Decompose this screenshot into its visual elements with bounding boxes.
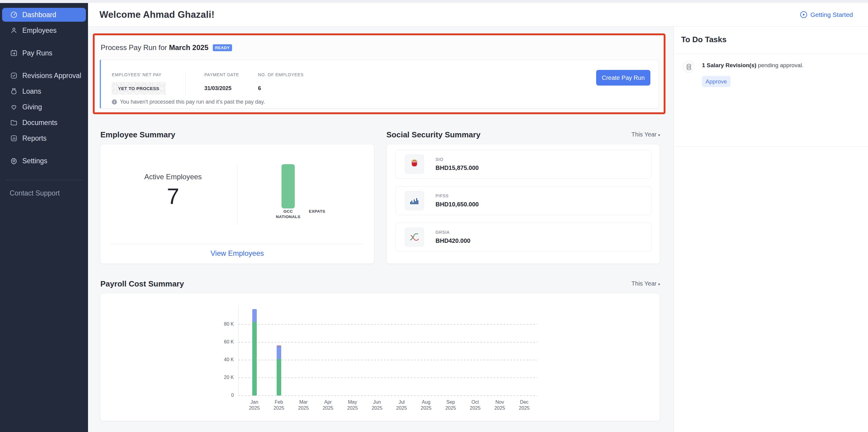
x-tick-label: Aug2025 [414, 399, 438, 411]
gridline [239, 342, 537, 342]
create-pay-run-button[interactable]: Create Pay Run [596, 70, 650, 86]
payrun-title: Process Pay Run for March 2025 [101, 43, 209, 52]
employee-summary-title: Employee Summary [100, 130, 176, 139]
authority-amount: BHD420.000 [435, 237, 470, 244]
authority-label: GRSIA [435, 230, 470, 235]
getting-started-link[interactable]: Getting Started [800, 11, 853, 19]
sidebar-item-pay-runs[interactable]: Pay Runs [2, 46, 86, 60]
x-tick-label: Jun2025 [365, 399, 390, 411]
employee-summary-card: Active Employees 7 GCCNATIONALSEXPATS Vi… [100, 144, 374, 264]
sidebar: DashboardEmployeesPay RunsRevisions Appr… [0, 3, 88, 432]
category-label: EXPATS [296, 209, 338, 214]
sidebar-nav: DashboardEmployeesPay RunsRevisions Appr… [0, 8, 88, 168]
view-employees-link[interactable]: View Employees [100, 249, 374, 258]
social-security-filter[interactable]: This Year▾ [627, 131, 660, 138]
social-security-title: Social Security Summary [386, 130, 480, 139]
sidebar-item-settings[interactable]: Settings [2, 154, 86, 168]
payrun-details-card: EMPLOYEES' NET PAY YET TO PROCESS PAYMEN… [100, 60, 659, 108]
sidebar-item-giving[interactable]: Giving [2, 100, 86, 114]
employee-count-label: NO. OF EMPLOYEES [258, 72, 304, 77]
bar-segment-green [252, 322, 257, 396]
y-tick-label: 80 K [216, 322, 234, 327]
y-tick-label: 40 K [216, 357, 234, 362]
info-row: i You haven't processed this pay run and… [112, 99, 265, 105]
social-security-row-sio: SIOBHD15,875.000 [396, 150, 652, 179]
task-icon-circle [683, 61, 694, 73]
reports-icon [10, 134, 18, 142]
info-icon: i [112, 99, 117, 104]
task-text: 1 Salary Revision(s) pending approval. [702, 62, 804, 69]
accent-bar [100, 60, 101, 108]
todo-bottom-divider [674, 146, 868, 147]
payment-date-label: PAYMENT DATE [204, 72, 239, 77]
todo-title: To Do Tasks [681, 35, 727, 44]
authority-label: PIFSS [435, 193, 478, 198]
authority-amount: BHD10,650.000 [435, 201, 478, 208]
y-tick-label: 0 [216, 393, 234, 398]
x-tick-label: Sep2025 [438, 399, 463, 411]
dashboard-icon [10, 11, 18, 19]
play-circle-icon [800, 11, 807, 19]
gridline [239, 377, 537, 378]
todo-divider [674, 54, 868, 54]
active-employees-label: Active Employees [140, 173, 206, 181]
todo-panel: To Do Tasks 1 Salary Revision(s) pending… [674, 27, 868, 432]
x-tick-label: May2025 [340, 399, 365, 411]
revisions-approval-icon [10, 72, 18, 79]
settings-icon [10, 157, 18, 165]
grsia-logo [405, 227, 424, 247]
active-employees-count: 7 [140, 184, 206, 209]
payrun-card: Process Pay Run for March 2025 READY EMP… [94, 35, 664, 113]
top-strip [0, 0, 868, 3]
page-title: Welcome Ahmad Ghazali! [99, 9, 215, 20]
pifss-logo [405, 191, 424, 210]
payroll-cost-card: 020 K40 K60 K80 KJan2025Feb2025Mar2025Ap… [100, 293, 660, 421]
column-divider [185, 72, 186, 96]
x-tick-label: Apr2025 [316, 399, 340, 411]
employee-count-value: 6 [258, 85, 261, 92]
x-tick-label: Jul2025 [390, 399, 414, 411]
caret-down-icon: ▾ [658, 133, 660, 137]
net-pay-label: EMPLOYEES' NET PAY [112, 72, 161, 77]
sio-logo [405, 155, 424, 174]
content: Process Pay Run for March 2025 READY EMP… [88, 27, 674, 432]
gridline [239, 395, 537, 396]
coins-icon [685, 63, 693, 71]
giving-icon [10, 103, 18, 111]
bar-segment-blue [277, 346, 281, 359]
bar-gcc-nationals [281, 164, 295, 208]
caret-down-icon: ▾ [658, 282, 660, 287]
sidebar-item-employees[interactable]: Employees [2, 24, 86, 37]
social-security-row-grsia: GRSIABHD420.000 [396, 223, 652, 252]
authority-label: SIO [435, 157, 478, 162]
contact-support-link[interactable]: Contact Support [10, 189, 88, 197]
sidebar-item-revisions-approval[interactable]: Revisions Approval [2, 69, 86, 82]
sidebar-item-dashboard[interactable]: Dashboard [2, 8, 86, 22]
x-tick-label: Mar2025 [291, 399, 315, 411]
authority-amount: BHD15,875.000 [435, 165, 478, 171]
payroll-cost-filter[interactable]: This Year▾ [627, 280, 660, 287]
sidebar-item-documents[interactable]: Documents [2, 116, 86, 130]
y-tick-label: 60 K [216, 339, 234, 345]
vertical-divider [237, 165, 238, 225]
bar-segment-green [277, 359, 281, 396]
gridline [239, 360, 537, 360]
gridline [239, 324, 537, 325]
sidebar-item-reports[interactable]: Reports [2, 131, 86, 145]
sidebar-item-loans[interactable]: Loans [2, 85, 86, 98]
net-pay-masked-value: YET TO PROCESS [112, 82, 166, 95]
approve-button[interactable]: Approve [702, 76, 731, 87]
x-tick-label: Dec2025 [512, 399, 536, 411]
top-bar: Welcome Ahmad Ghazali! Getting Started [88, 3, 868, 27]
loans-icon [10, 87, 18, 95]
x-tick-label: Nov2025 [488, 399, 512, 411]
status-badge: READY [213, 44, 232, 51]
payment-date-value: 31/03/2025 [204, 85, 231, 92]
bar-segment-red [277, 345, 281, 346]
x-tick-label: Oct2025 [463, 399, 487, 411]
y-tick-label: 20 K [216, 375, 234, 380]
social-security-row-pifss: PIFSSBHD10,650.000 [396, 186, 652, 215]
social-security-card: SIOBHD15,875.000PIFSSBHD10,650.000GRSIAB… [386, 144, 660, 264]
info-text: You haven't processed this pay run and i… [120, 99, 265, 105]
page: DashboardEmployeesPay RunsRevisions Appr… [0, 0, 868, 432]
